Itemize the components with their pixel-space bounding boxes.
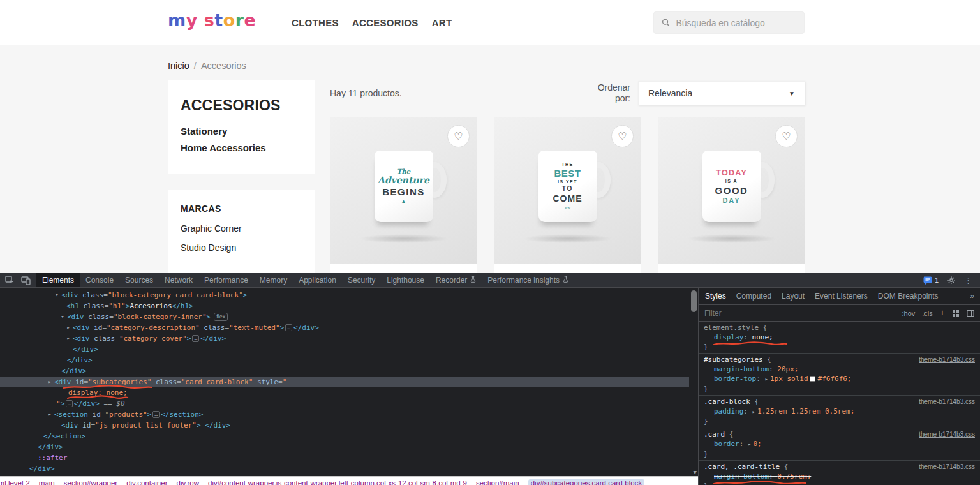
dom-tree-node[interactable]: ▾<div class="block-category card card-bl… xyxy=(0,290,689,301)
devtools-tab-application[interactable]: Application xyxy=(293,273,342,287)
wishlist-button[interactable]: ♡ xyxy=(611,125,634,147)
dom-tree-node[interactable]: </div> xyxy=(0,344,689,355)
expand-arrow-icon[interactable]: ▸ xyxy=(65,333,71,344)
dom-tree-node[interactable]: <h1 class="h1">Accesorios</h1> xyxy=(0,301,689,311)
devtools-tab-lighthouse[interactable]: Lighthouse xyxy=(381,273,430,287)
panel-layout-icon[interactable] xyxy=(967,310,974,317)
css-property[interactable]: border-top: ▸1px solid#f6f6f6; xyxy=(704,374,975,384)
dom-tree-node[interactable]: ▸<div id="subcategories" class="card car… xyxy=(0,377,689,387)
css-property[interactable]: border: ▸0; xyxy=(704,439,975,449)
breadcrumb-home[interactable]: Inicio xyxy=(168,61,189,71)
nav-item-accesorios[interactable]: ACCESORIOS xyxy=(352,17,419,28)
new-style-rule-button[interactable]: + xyxy=(940,308,945,318)
styles-tab-event-listeners[interactable]: Event Listeners xyxy=(810,288,873,304)
dom-tree-node[interactable]: </section> xyxy=(0,431,689,442)
ellipsis-expander[interactable]: … xyxy=(192,335,199,342)
dom-tree-node[interactable]: display: none; xyxy=(0,387,689,398)
dom-breadcrumb-bar: html.level-2mainsection#wrapperdiv.conta… xyxy=(0,476,698,485)
punctuation-token: = xyxy=(103,291,108,299)
dom-tree-node[interactable]: ▸<div id="category-description" class="t… xyxy=(0,322,689,333)
gear-icon[interactable] xyxy=(947,276,956,285)
brand-link-studio-design[interactable]: Studio Design xyxy=(181,243,302,253)
rule-selector[interactable]: .card xyxy=(704,429,725,439)
breadcrumb-node[interactable]: div.container xyxy=(126,479,167,485)
overflow-tabs-icon[interactable]: » xyxy=(964,288,980,304)
grid-options-icon[interactable] xyxy=(952,310,960,317)
dom-tree-node[interactable]: ▸<section id="products">…</section> xyxy=(0,409,689,420)
styles-tab-computed[interactable]: Computed xyxy=(731,288,776,304)
dom-tree-node[interactable]: ::after xyxy=(0,452,689,463)
expand-arrow-icon[interactable]: ▸ xyxy=(47,409,53,420)
expand-arrow-icon[interactable]: ▸ xyxy=(47,377,53,387)
rule-selector[interactable]: element.style xyxy=(704,323,759,332)
wishlist-button[interactable]: ♡ xyxy=(775,125,798,147)
devtools-tab-performance[interactable]: Performance xyxy=(198,273,254,287)
stylesheet-link[interactable]: theme-b1714b3.css xyxy=(919,355,975,364)
rule-selector[interactable]: #subcategories xyxy=(704,355,763,364)
devtools-tab-security[interactable]: Security xyxy=(342,273,381,287)
breadcrumb-node[interactable]: div#content-wrapper.js-content-wrapper.l… xyxy=(208,479,467,485)
styles-filter-input[interactable]: Filter xyxy=(704,309,895,318)
expand-arrow-icon[interactable]: ▸ xyxy=(65,322,71,333)
breadcrumb-node[interactable]: div.row xyxy=(177,479,200,485)
inspect-element-icon[interactable] xyxy=(5,276,15,285)
brand-link-graphic-corner[interactable]: Graphic Corner xyxy=(181,223,302,234)
css-property[interactable]: margin-bottom: 0.75rem; xyxy=(704,472,975,481)
breadcrumb-node[interactable]: section#main xyxy=(476,479,519,485)
devtools-tab-memory[interactable]: Memory xyxy=(254,273,293,287)
devtools-tab-recorder[interactable]: Recorder xyxy=(430,273,482,287)
device-toolbar-icon[interactable] xyxy=(21,276,31,285)
toggle-cls-button[interactable]: .cls xyxy=(922,310,933,317)
devtools-tab-performance-insights[interactable]: Performance insights xyxy=(482,273,574,287)
scrollbar-thumb[interactable] xyxy=(691,290,697,312)
devtools-tab-sources[interactable]: Sources xyxy=(119,273,159,287)
devtools-tab-console[interactable]: Console xyxy=(80,273,119,287)
dom-tree-node[interactable]: ">…</div> == $0 xyxy=(0,398,689,409)
ellipsis-expander[interactable]: … xyxy=(152,411,160,418)
subcategory-link-stationery[interactable]: Stationery xyxy=(181,126,302,137)
nav-item-art[interactable]: ART xyxy=(432,17,452,28)
dom-tree-node[interactable]: </div> xyxy=(0,366,689,377)
styles-tab-styles[interactable]: Styles xyxy=(700,288,731,304)
scrollbar-down-arrow[interactable]: ▼ xyxy=(694,469,697,475)
toggle-hov-button[interactable]: :hov xyxy=(902,310,916,317)
breadcrumb-node[interactable]: div#subcategories.card.card-block xyxy=(528,479,645,485)
sort-dropdown[interactable]: Relevancia ▼ xyxy=(638,81,805,105)
css-property[interactable]: margin-bottom: 20px; xyxy=(704,364,975,374)
more-options-icon[interactable]: ⋮ xyxy=(964,276,972,285)
stylesheet-link[interactable]: theme-b1714b3.css xyxy=(919,397,975,407)
breadcrumb-node[interactable]: html.level-2 xyxy=(0,479,30,485)
css-property[interactable]: display: none; xyxy=(704,332,975,342)
stylesheet-link[interactable]: theme-b1714b3.css xyxy=(919,429,975,439)
devtools-tab-network[interactable]: Network xyxy=(159,273,198,287)
expand-arrow-icon[interactable]: ▸ xyxy=(764,376,768,382)
css-property[interactable]: padding: ▸1.25rem 1.25rem 0.5rem; xyxy=(704,407,975,417)
dom-tree-node[interactable]: ▾<div class="block-category-inner">flex xyxy=(0,311,689,322)
stylesheet-link[interactable]: theme-b1714b3.css xyxy=(919,462,975,472)
dom-tree-node[interactable]: ▸<div class="category-cover">…</div> xyxy=(0,333,689,344)
property-name: padding xyxy=(714,407,743,415)
rule-selector[interactable]: .card-block xyxy=(704,397,750,407)
ellipsis-expander[interactable]: … xyxy=(66,400,73,407)
nav-item-clothes[interactable]: CLOTHES xyxy=(292,17,339,28)
search-input[interactable] xyxy=(676,18,796,28)
dom-tree-node[interactable]: </div> xyxy=(0,463,689,474)
issues-indicator[interactable]: 1 xyxy=(923,276,939,285)
styles-tab-layout[interactable]: Layout xyxy=(776,288,810,304)
styles-tab-dom-breakpoints[interactable]: DOM Breakpoints xyxy=(873,288,944,304)
wishlist-button[interactable]: ♡ xyxy=(447,125,470,147)
ellipsis-expander[interactable]: … xyxy=(285,324,292,331)
dom-tree-node[interactable]: </div> xyxy=(0,442,689,452)
breadcrumb-node[interactable]: main xyxy=(39,479,55,485)
expand-arrow-icon[interactable]: ▸ xyxy=(748,441,751,447)
dom-tree-node[interactable]: <div id="js-product-list-footer"> </div> xyxy=(0,420,689,431)
breadcrumb-node[interactable]: section#wrapper xyxy=(64,479,117,485)
store-logo[interactable]: my store xyxy=(168,10,256,30)
subcategory-link-home-accessories[interactable]: Home Accessories xyxy=(181,142,302,153)
rule-selector[interactable]: .card, .card-title xyxy=(704,462,780,472)
dom-tree-node[interactable]: </div> xyxy=(0,355,689,366)
devtools-tab-elements[interactable]: Elements xyxy=(36,273,80,287)
expand-arrow-icon[interactable]: ▾ xyxy=(54,290,60,301)
expand-arrow-icon[interactable]: ▸ xyxy=(752,408,755,415)
expand-arrow-icon[interactable]: ▾ xyxy=(59,311,66,322)
